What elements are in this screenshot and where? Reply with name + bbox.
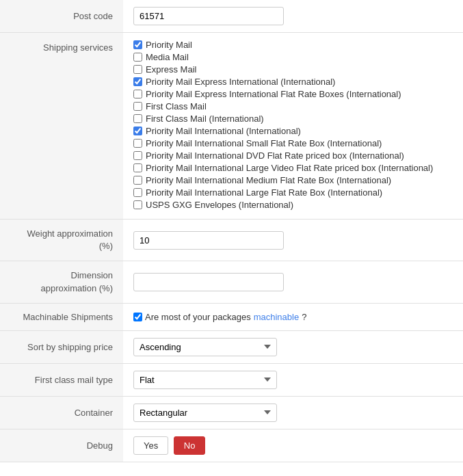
shipping-service-label: Priority Mail International Large Video … bbox=[146, 163, 433, 173]
machinable-row: Are most of your packages machinable ? bbox=[133, 312, 453, 322]
shipping-service-item: Media Mail bbox=[133, 52, 453, 62]
shipping-service-item: Priority Mail International Large Video … bbox=[133, 163, 453, 173]
dimension-approximation-input[interactable] bbox=[133, 273, 284, 291]
dimension-approximation-label: Dimensionapproximation (%) bbox=[0, 261, 123, 303]
shipping-service-checkbox[interactable] bbox=[133, 77, 142, 86]
machinable-text-before: Are most of your packages bbox=[145, 312, 251, 322]
postcode-field bbox=[123, 0, 463, 33]
first-class-select-wrapper: FlatLetterParcelLarge EnvelopePackage Se… bbox=[133, 371, 277, 389]
shipping-service-checkbox[interactable] bbox=[133, 40, 142, 49]
shipping-service-item: Priority Mail International Large Flat R… bbox=[133, 187, 453, 198]
machinable-shipments-label: Machinable Shipments bbox=[0, 303, 123, 330]
machinable-text-after: ? bbox=[302, 312, 306, 322]
shipping-service-checkbox[interactable] bbox=[133, 200, 142, 209]
container-label: Container bbox=[0, 396, 123, 429]
container-field: RectangularVariable bbox=[123, 396, 463, 429]
container-select[interactable]: RectangularVariable bbox=[133, 404, 277, 422]
debug-row: Debug Yes No bbox=[0, 429, 463, 462]
first-class-mail-type-field: FlatLetterParcelLarge EnvelopePackage Se… bbox=[123, 363, 463, 396]
shipping-service-checkbox[interactable] bbox=[133, 127, 142, 135]
shipping-service-item: Priority Mail International DVD Flat Rat… bbox=[133, 150, 453, 161]
sort-by-shipping-price-row: Sort by shipping price AscendingDescendi… bbox=[0, 330, 463, 363]
shipping-service-item: Priority Mail Express International (Int… bbox=[133, 77, 453, 87]
shipping-service-label: Priority Mail Express International (Int… bbox=[146, 77, 335, 87]
shipping-service-checkbox[interactable] bbox=[133, 53, 142, 62]
shipping-service-label: Priority Mail International Large Flat R… bbox=[146, 187, 382, 198]
shipping-service-checkbox[interactable] bbox=[133, 188, 142, 197]
shipping-service-item: First Class Mail bbox=[133, 101, 453, 111]
shipping-service-label: Priority Mail International DVD Flat Rat… bbox=[146, 150, 404, 161]
dimension-approximation-field bbox=[123, 261, 463, 303]
shipping-service-label: First Class Mail (International) bbox=[146, 114, 264, 124]
shipping-service-item: Priority Mail Express International Flat… bbox=[133, 89, 453, 99]
weight-approximation-field bbox=[123, 220, 463, 261]
shipping-service-checkbox[interactable] bbox=[133, 102, 142, 111]
debug-label: Debug bbox=[0, 429, 123, 462]
dimension-approximation-row: Dimensionapproximation (%) bbox=[0, 261, 463, 303]
shipping-service-label: Priority Mail International Medium Flat … bbox=[146, 175, 391, 185]
sort-by-shipping-price-field: AscendingDescending bbox=[123, 330, 463, 363]
debug-no-button[interactable]: No bbox=[174, 436, 206, 455]
first-class-mail-type-row: First class mail type FlatLetterParcelLa… bbox=[0, 363, 463, 396]
shipping-service-checkbox[interactable] bbox=[133, 65, 142, 74]
postcode-label: Post code bbox=[0, 0, 123, 33]
shipping-service-checkbox[interactable] bbox=[133, 90, 142, 98]
shipping-services-label: Shipping services bbox=[0, 33, 123, 220]
shipping-service-label: Priority Mail International Small Flat R… bbox=[146, 138, 382, 148]
shipping-service-label: Priority Mail Express International Flat… bbox=[146, 89, 401, 99]
weight-approximation-input[interactable] bbox=[133, 231, 284, 250]
sort-by-shipping-price-label: Sort by shipping price bbox=[0, 330, 123, 363]
shipping-service-item: Priority Mail International Small Flat R… bbox=[133, 138, 453, 148]
shipping-service-item: USPS GXG Envelopes (International) bbox=[133, 200, 453, 210]
postcode-input[interactable] bbox=[133, 7, 284, 25]
postcode-row: Post code bbox=[0, 0, 463, 33]
shipping-service-item: Priority Mail International Medium Flat … bbox=[133, 175, 453, 185]
shipping-service-label: Express Mail bbox=[146, 64, 196, 75]
shipping-service-checkbox[interactable] bbox=[133, 139, 142, 148]
debug-field: Yes No bbox=[123, 429, 463, 462]
container-select-wrapper: RectangularVariable bbox=[133, 404, 277, 422]
shipping-service-label: USPS GXG Envelopes (International) bbox=[146, 200, 293, 210]
machinable-link[interactable]: machinable bbox=[254, 312, 300, 322]
shipping-service-item: Priority Mail International (Internation… bbox=[133, 126, 453, 136]
first-class-select[interactable]: FlatLetterParcelLarge EnvelopePackage Se… bbox=[133, 371, 277, 389]
machinable-shipments-field: Are most of your packages machinable ? bbox=[123, 303, 463, 330]
shipping-service-label: Priority Mail International (Internation… bbox=[146, 126, 301, 136]
shipping-service-label: First Class Mail bbox=[146, 101, 207, 111]
shipping-services-field: Priority MailMedia MailExpress MailPrior… bbox=[123, 33, 463, 220]
container-row: Container RectangularVariable bbox=[0, 396, 463, 429]
weight-approximation-row: Weight approximation(%) bbox=[0, 220, 463, 261]
shipping-service-item: Priority Mail bbox=[133, 40, 453, 50]
shipping-service-checkbox[interactable] bbox=[133, 163, 142, 172]
sort-select[interactable]: AscendingDescending bbox=[133, 338, 277, 356]
shipping-service-checkbox[interactable] bbox=[133, 151, 142, 160]
shipping-service-item: First Class Mail (International) bbox=[133, 114, 453, 124]
shipping-service-label: Media Mail bbox=[146, 52, 189, 62]
weight-approximation-label: Weight approximation(%) bbox=[0, 220, 123, 261]
shipping-service-label: Priority Mail bbox=[146, 40, 192, 50]
debug-yes-button[interactable]: Yes bbox=[133, 436, 168, 455]
shipping-services-row: Shipping services Priority MailMedia Mai… bbox=[0, 33, 463, 220]
sort-select-wrapper: AscendingDescending bbox=[133, 338, 277, 356]
machinable-checkbox[interactable] bbox=[133, 313, 142, 321]
shipping-service-item: Express Mail bbox=[133, 64, 453, 75]
shipping-service-checkbox[interactable] bbox=[133, 176, 142, 185]
shipping-service-checkbox[interactable] bbox=[133, 114, 142, 123]
first-class-mail-type-label: First class mail type bbox=[0, 363, 123, 396]
machinable-shipments-row: Machinable Shipments Are most of your pa… bbox=[0, 303, 463, 330]
